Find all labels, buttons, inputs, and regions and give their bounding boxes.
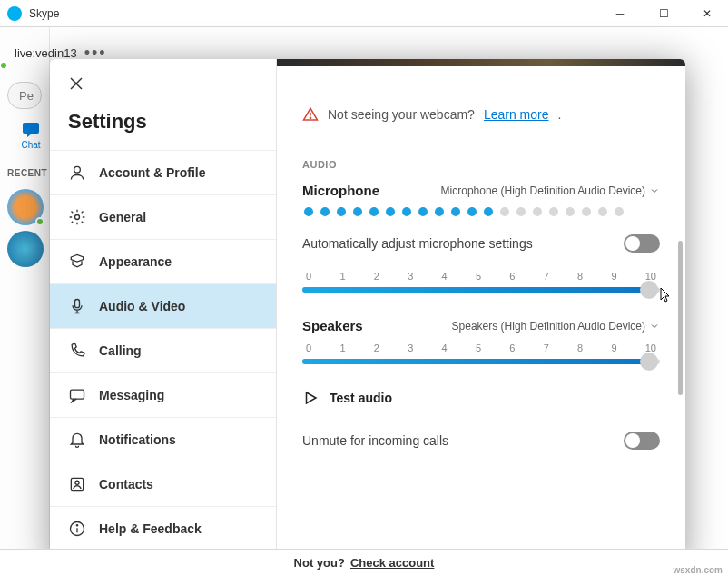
check-account-link[interactable]: Check account [350, 556, 434, 570]
webcam-warning-row: Not seeing your webcam? Learn more. [302, 106, 660, 123]
recent-contact[interactable] [7, 189, 44, 225]
search-input[interactable]: Pe [7, 82, 42, 109]
webcam-preview [277, 59, 685, 66]
sidebar-item-calling[interactable]: Calling [50, 328, 276, 372]
username-label: live:vedin13 [15, 46, 77, 60]
warning-icon [302, 106, 319, 123]
microphone-volume-slider[interactable]: 012345678910 [302, 271, 660, 293]
svg-marker-16 [307, 392, 317, 403]
recent-header: RECENT [0, 150, 49, 184]
sidebar-item-messaging[interactable]: Messaging [50, 372, 276, 417]
svg-point-10 [75, 481, 79, 484]
minimize-button[interactable]: ─ [606, 5, 634, 23]
auto-adjust-label: Automatically adjust microphone settings [302, 236, 533, 251]
settings-title: Settings [50, 110, 276, 150]
window-titlebar: Skype ─ ☐ ✕ [0, 0, 728, 27]
settings-close-button[interactable] [50, 75, 276, 110]
svg-point-6 [75, 215, 80, 220]
microphone-icon [68, 297, 86, 315]
svg-point-5 [74, 166, 81, 173]
footer-bar: Not you? Check account wsxdn.com [0, 549, 728, 576]
info-icon [68, 520, 86, 538]
learn-more-link[interactable]: Learn more [484, 107, 549, 122]
scrollbar[interactable] [678, 241, 683, 395]
unmute-label: Unmute for incoming calls [302, 433, 448, 448]
speakers-device-selector[interactable]: Speakers (High Definition Audio Device) [452, 320, 660, 333]
user-icon [68, 164, 86, 182]
play-icon [302, 390, 319, 406]
gear-icon [68, 208, 86, 226]
nav-chats[interactable]: Chat [13, 118, 49, 150]
sidebar-item-audio-video[interactable]: Audio & Video [50, 283, 276, 328]
main-sidebar: live:vedin13 ••• Pe Chat RECENT [0, 27, 50, 576]
contacts-icon [68, 475, 86, 493]
microphone-level-meter [304, 207, 658, 216]
palette-icon [68, 253, 86, 271]
sidebar-item-account[interactable]: Account & Profile [50, 150, 276, 194]
phone-icon [68, 342, 86, 360]
skype-icon [7, 6, 22, 21]
chevron-down-icon [649, 321, 660, 332]
not-you-label: Not you? [294, 556, 345, 570]
unmute-toggle[interactable] [624, 432, 660, 450]
watermark-label: wsxdn.com [674, 565, 723, 575]
svg-point-13 [76, 525, 77, 526]
speakers-label: Speakers [302, 318, 363, 333]
bell-icon [68, 431, 86, 449]
search-placeholder: Pe [19, 89, 34, 103]
test-audio-button[interactable]: Test audio [302, 390, 660, 406]
settings-modal: Settings Account & Profile General Appea… [50, 59, 685, 568]
svg-rect-8 [71, 390, 84, 399]
settings-panel: Not seeing your webcam? Learn more. AUDI… [277, 59, 685, 568]
chat-icon [20, 118, 42, 140]
sidebar-item-contacts[interactable]: Contacts [50, 462, 276, 506]
microphone-label: Microphone [302, 183, 379, 198]
settings-sidebar: Settings Account & Profile General Appea… [50, 59, 277, 568]
svg-rect-7 [75, 300, 80, 308]
close-window-button[interactable]: ✕ [694, 5, 721, 23]
sidebar-item-appearance[interactable]: Appearance [50, 239, 276, 283]
recent-contact[interactable] [7, 231, 44, 267]
sidebar-item-help[interactable]: Help & Feedback [50, 506, 276, 551]
svg-rect-2 [23, 123, 39, 134]
speakers-volume-slider[interactable]: 012345678910 [302, 343, 660, 364]
message-icon [68, 386, 86, 404]
app-title: Skype [29, 7, 606, 20]
chevron-down-icon [649, 185, 660, 196]
svg-point-15 [310, 117, 310, 118]
sidebar-item-general[interactable]: General [50, 194, 276, 239]
close-icon [68, 75, 84, 92]
auto-adjust-toggle[interactable] [624, 234, 660, 253]
sidebar-item-notifications[interactable]: Notifications [50, 417, 276, 462]
audio-section-header: AUDIO [302, 159, 660, 170]
maximize-button[interactable]: ☐ [650, 5, 677, 23]
microphone-device-selector[interactable]: Microphone (High Definition Audio Device… [441, 184, 660, 197]
